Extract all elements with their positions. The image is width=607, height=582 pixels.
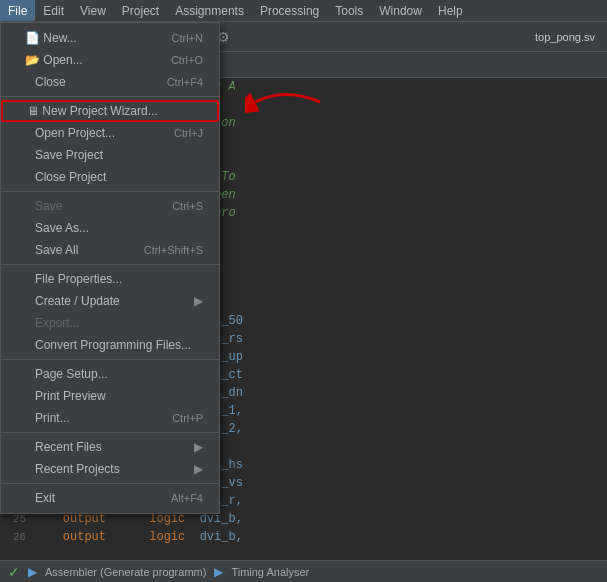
menu-sep-1 [1, 96, 219, 97]
status-check-icon: ✓ [8, 564, 20, 580]
menu-recent-projects[interactable]: Recent Projects ▶ [1, 458, 219, 480]
menu-exit[interactable]: Exit Alt+F4 [1, 487, 219, 509]
menubar: File Edit View Project Assignments Proce… [0, 0, 607, 22]
status-play-icon-2: ▶ [214, 565, 223, 579]
menu-sep-5 [1, 432, 219, 433]
menu-sep-6 [1, 483, 219, 484]
statusbar: ✓ ▶ Assembler (Generate programm) ▶ Timi… [0, 560, 607, 582]
menu-convert-programming[interactable]: Convert Programming Files... [1, 334, 219, 356]
status-timing-label: Timing Analyser [231, 566, 309, 578]
menu-new[interactable]: 📄 New... Ctrl+N [1, 27, 219, 49]
menu-tools[interactable]: Tools [327, 0, 371, 21]
menu-save[interactable]: Save Ctrl+S [1, 195, 219, 217]
menu-project[interactable]: Project [114, 0, 167, 21]
menu-save-project[interactable]: Save Project [1, 144, 219, 166]
menu-window[interactable]: Window [371, 0, 430, 21]
menu-sep-3 [1, 264, 219, 265]
menu-edit[interactable]: Edit [35, 0, 72, 21]
menu-new-project-wizard[interactable]: 🖥 New Project Wizard... [1, 100, 219, 122]
menu-processing[interactable]: Processing [252, 0, 327, 21]
menu-assignments[interactable]: Assignments [167, 0, 252, 21]
code-line-26: 26 output logic dvi_b, [0, 528, 607, 546]
menu-recent-files[interactable]: Recent Files ▶ [1, 436, 219, 458]
menu-open-project[interactable]: Open Project... Ctrl+J [1, 122, 219, 144]
menu-print[interactable]: Print... Ctrl+P [1, 407, 219, 429]
status-assembler-label: Assembler (Generate programm) [45, 566, 206, 578]
menu-export[interactable]: Export... [1, 312, 219, 334]
menu-close[interactable]: Close Ctrl+F4 [1, 71, 219, 93]
menu-file[interactable]: File [0, 0, 35, 21]
menu-view[interactable]: View [72, 0, 114, 21]
menu-close-project[interactable]: Close Project [1, 166, 219, 188]
menu-sep-4 [1, 359, 219, 360]
file-menu: 📄 New... Ctrl+N 📂 Open... Ctrl+O Close C… [0, 22, 220, 514]
menu-file-properties[interactable]: File Properties... [1, 268, 219, 290]
filename-label: top_pong.sv [535, 31, 603, 43]
menu-help[interactable]: Help [430, 0, 471, 21]
file-menu-overlay: 📄 New... Ctrl+N 📂 Open... Ctrl+O Close C… [0, 22, 220, 514]
menu-save-all[interactable]: Save All Ctrl+Shift+S [1, 239, 219, 261]
menu-page-setup[interactable]: Page Setup... [1, 363, 219, 385]
menu-print-preview[interactable]: Print Preview [1, 385, 219, 407]
menu-create-update[interactable]: Create / Update ▶ [1, 290, 219, 312]
menu-open[interactable]: 📂 Open... Ctrl+O [1, 49, 219, 71]
menu-save-as[interactable]: Save As... [1, 217, 219, 239]
status-play-icon-1: ▶ [28, 565, 37, 579]
menu-sep-2 [1, 191, 219, 192]
